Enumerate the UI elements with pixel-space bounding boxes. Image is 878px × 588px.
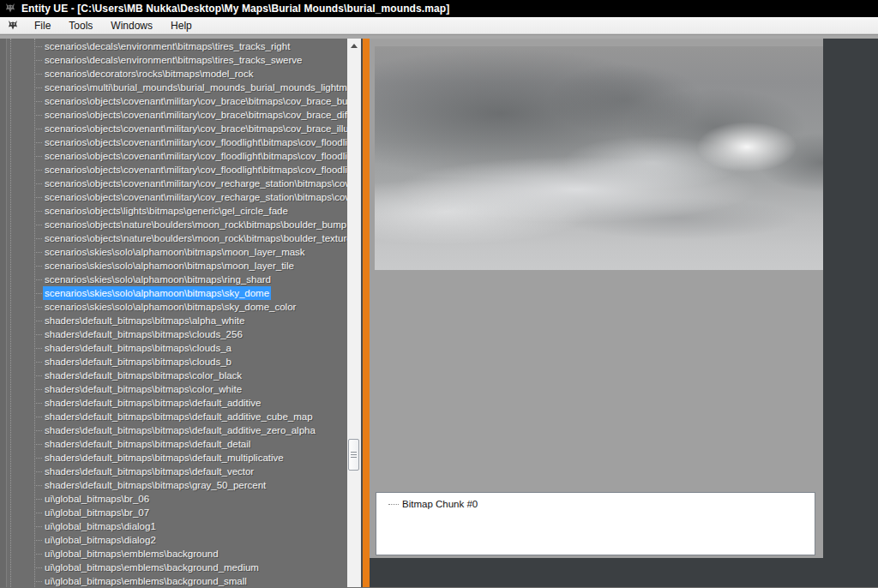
bitmap-chunk-label: Bitmap Chunk #0 <box>402 499 478 509</box>
menu-file[interactable]: File <box>27 18 57 33</box>
bitmap-tree-item[interactable]: scenarios\objects\covenant\military\cov_… <box>7 190 347 204</box>
tree-connector-icon <box>34 581 42 582</box>
tree-connector-icon <box>34 46 42 47</box>
tree-connector-icon <box>34 307 42 308</box>
splitter-orange-bar <box>363 39 370 587</box>
bitmap-tree-item[interactable]: scenarios\objects\nature\boulders\moon_r… <box>7 231 347 245</box>
bitmap-tree-item[interactable]: ui\global_bitmaps\emblems\background_med… <box>7 561 347 574</box>
tree-connector-icon <box>34 513 42 513</box>
triangle-up-icon <box>351 44 358 48</box>
panel-splitter[interactable] <box>361 39 370 587</box>
tree-connector-icon <box>34 485 42 486</box>
tree-connector-icon <box>34 444 42 445</box>
bitmap-tree-item[interactable]: ui\global_bitmaps\br_06 <box>7 492 347 506</box>
bitmap-viewer-panel: Bitmap Chunk #0 <box>370 39 878 587</box>
scrollbar-up-button[interactable] <box>347 39 361 53</box>
bitmap-tree-item[interactable]: scenarios\objects\lights\bitmaps\generic… <box>7 204 347 218</box>
entity-ue-window: Entity UE - [C:\Users\MB Nukka\Desktop\M… <box>0 0 878 588</box>
bitmap-tree-item[interactable]: scenarios\decals\environment\bitmaps\tir… <box>7 53 347 67</box>
tree-connector-icon <box>34 540 42 541</box>
tree-connector-icon <box>34 183 42 184</box>
tree-connector-icon <box>34 266 42 267</box>
bitmap-tree-item[interactable]: shaders\default_bitmaps\bitmaps\clouds_a <box>7 341 347 355</box>
bitmap-tree-item[interactable]: scenarios\objects\covenant\military\cov_… <box>7 163 347 177</box>
bitmap-tree-item[interactable]: shaders\default_bitmaps\bitmaps\default_… <box>7 437 347 451</box>
tree-connector-icon <box>34 170 42 171</box>
bitmap-tree-item[interactable]: ui\global_bitmaps\br_07 <box>7 506 347 519</box>
tree-connector-icon <box>34 279 42 280</box>
bitmap-tree-item[interactable]: shaders\default_bitmaps\bitmaps\color_bl… <box>7 369 347 382</box>
titlebar: Entity UE - [C:\Users\MB Nukka\Desktop\M… <box>0 0 878 17</box>
tree-connector-icon <box>34 375 42 376</box>
bitmap-tree-item[interactable]: scenarios\multi\burial_mounds\burial_mou… <box>7 81 347 94</box>
bitmap-tree-item[interactable]: shaders\default_bitmaps\bitmaps\default_… <box>7 465 347 478</box>
tree-connector-icon <box>34 334 42 335</box>
tree-vertical-scrollbar[interactable] <box>347 39 361 587</box>
bitmap-tree-item[interactable]: shaders\default_bitmaps\bitmaps\color_wh… <box>7 382 347 396</box>
tree-connector-icon <box>34 471 42 472</box>
window-left-border <box>0 39 7 587</box>
menubar: File Tools Windows Help <box>0 17 878 34</box>
tree-connector-icon <box>34 142 42 143</box>
bitmap-tree-item[interactable]: scenarios\objects\covenant\military\cov_… <box>7 135 347 149</box>
bitmap-tree-item[interactable]: shaders\default_bitmaps\bitmaps\alpha_wh… <box>7 314 347 327</box>
bitmap-tree-item[interactable]: scenarios\decorators\rocks\bitmaps\model… <box>7 67 347 81</box>
tree-connector-icon <box>34 211 42 212</box>
bitmap-chunk-item[interactable]: Bitmap Chunk #0 <box>376 497 815 511</box>
tree-connector-icon <box>34 129 42 129</box>
tree-connector-icon <box>34 87 42 88</box>
bitmap-tree-item[interactable]: ui\global_bitmaps\dialog2 <box>7 533 347 547</box>
tree-connector-icon <box>34 238 42 239</box>
tree-connector-icon <box>34 252 42 253</box>
menubar-app-icon <box>7 20 19 32</box>
tree-connector-icon <box>388 504 399 505</box>
tree-connector-icon <box>34 74 42 75</box>
tree-connector-icon <box>34 348 42 349</box>
tree-connector-icon <box>34 389 42 390</box>
bitmap-tree-item[interactable]: ui\global_bitmaps\emblems\background_sma… <box>7 574 347 587</box>
window-title: Entity UE - [C:\Users\MB Nukka\Desktop\M… <box>21 3 449 15</box>
bitmap-tree-item[interactable]: shaders\default_bitmaps\bitmaps\clouds_b <box>7 355 347 369</box>
bitmap-tree-item[interactable]: ui\global_bitmaps\dialog1 <box>7 519 347 533</box>
tree-connector-icon <box>34 417 42 417</box>
bitmap-tree-item[interactable]: scenarios\decals\environment\bitmaps\tir… <box>7 39 347 53</box>
bitmap-tree-item[interactable]: shaders\default_bitmaps\bitmaps\gray_50_… <box>7 478 347 492</box>
bitmap-tree-item[interactable]: scenarios\skies\solo\alphamoon\bitmaps\m… <box>7 259 347 273</box>
bitmap-tree-item[interactable]: scenarios\objects\covenant\military\cov_… <box>7 94 347 108</box>
menu-windows[interactable]: Windows <box>104 18 159 33</box>
bitmap-tree-item[interactable]: shaders\default_bitmaps\bitmaps\default_… <box>7 410 347 423</box>
tree-connector-icon <box>34 499 42 500</box>
menu-tools[interactable]: Tools <box>62 18 99 33</box>
bitmap-tree-item[interactable]: scenarios\objects\covenant\military\cov_… <box>7 149 347 163</box>
scrollbar-thumb[interactable] <box>348 439 359 471</box>
bitmap-chunk-list: Bitmap Chunk #0 <box>376 492 815 555</box>
tree-connector-icon <box>34 60 42 61</box>
bitmap-tree-item[interactable]: shaders\default_bitmaps\bitmaps\default_… <box>7 451 347 465</box>
tree-connector-icon <box>34 567 42 568</box>
tree-connector-icon <box>34 197 42 198</box>
bitmap-tree-item[interactable]: scenarios\objects\nature\boulders\moon_r… <box>7 218 347 231</box>
tree-connector-icon <box>34 430 42 431</box>
tree-connector-icon <box>34 101 42 102</box>
bitmap-tree-item[interactable]: scenarios\skies\solo\alphamoon\bitmaps\s… <box>7 286 347 300</box>
bitmap-tree-item[interactable]: scenarios\objects\covenant\military\cov_… <box>7 177 347 190</box>
bitmap-tree-item[interactable]: shaders\default_bitmaps\bitmaps\default_… <box>7 423 347 437</box>
bitmap-tree-item[interactable]: scenarios\skies\solo\alphamoon\bitmaps\s… <box>7 300 347 314</box>
bitmap-tag-tree: scenarios\decals\environment\bitmaps\tir… <box>7 39 347 587</box>
tree-connector-icon <box>34 403 42 404</box>
tree-connector-icon <box>34 458 42 459</box>
tree-connector-icon <box>34 293 42 294</box>
bitmap-tree-item[interactable]: shaders\default_bitmaps\bitmaps\clouds_2… <box>7 327 347 341</box>
bitmap-tree-item[interactable]: shaders\default_bitmaps\bitmaps\default_… <box>7 396 347 410</box>
tree-connector-icon <box>34 362 42 363</box>
tree-connector-icon <box>34 115 42 116</box>
bitmap-preview-image <box>375 46 823 270</box>
bitmap-tree-item[interactable]: scenarios\skies\solo\alphamoon\bitmaps\r… <box>7 273 347 286</box>
bitmap-tree-item[interactable]: scenarios\objects\covenant\military\cov_… <box>7 108 347 122</box>
main-content: scenarios\decals\environment\bitmaps\tir… <box>0 39 878 587</box>
bitmap-tree-item[interactable]: ui\global_bitmaps\emblems\background <box>7 547 347 561</box>
bitmap-tree-item[interactable]: scenarios\skies\solo\alphamoon\bitmaps\m… <box>7 245 347 259</box>
menu-help[interactable]: Help <box>164 18 199 33</box>
bitmap-tree-item[interactable]: scenarios\objects\covenant\military\cov_… <box>7 122 347 135</box>
tree-connector-icon <box>34 225 42 225</box>
